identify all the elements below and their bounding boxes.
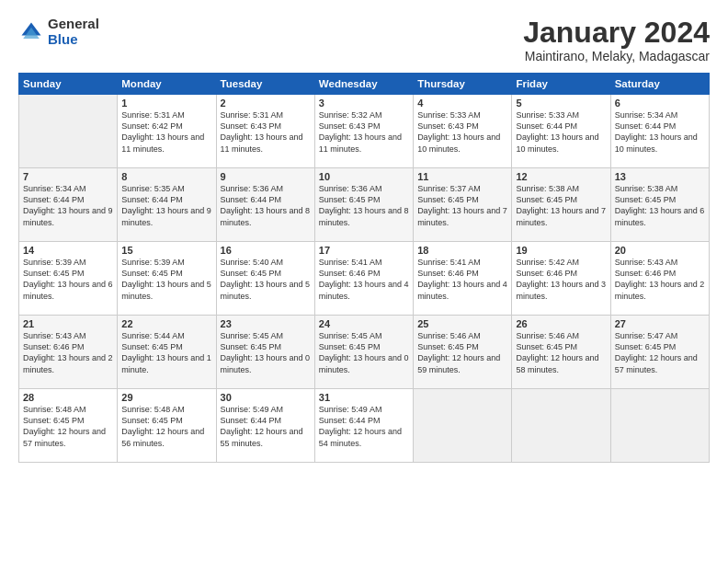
calendar-week-3: 14 Sunrise: 5:39 AMSunset: 6:45 PMDaylig… bbox=[19, 242, 710, 316]
cell-info: Sunrise: 5:38 AMSunset: 6:45 PMDaylight:… bbox=[516, 183, 606, 228]
calendar-cell: 18 Sunrise: 5:41 AMSunset: 6:46 PMDaylig… bbox=[414, 242, 512, 316]
calendar-table: Sunday Monday Tuesday Wednesday Thursday… bbox=[18, 73, 710, 463]
cell-info: Sunrise: 5:45 AMSunset: 6:45 PMDaylight:… bbox=[221, 330, 311, 375]
calendar-cell bbox=[610, 389, 709, 463]
cell-info: Sunrise: 5:32 AMSunset: 6:43 PMDaylight:… bbox=[319, 109, 409, 155]
day-number: 7 bbox=[23, 171, 113, 182]
calendar-cell bbox=[512, 389, 610, 463]
cell-info: Sunrise: 5:38 AMSunset: 6:45 PMDaylight:… bbox=[615, 183, 705, 228]
col-friday: Friday bbox=[512, 74, 610, 95]
calendar-cell: 2 Sunrise: 5:31 AMSunset: 6:43 PMDayligh… bbox=[216, 95, 314, 168]
logo-general-text: General bbox=[48, 17, 99, 32]
day-number: 13 bbox=[615, 171, 705, 182]
col-saturday: Saturday bbox=[610, 74, 709, 95]
day-number: 1 bbox=[121, 98, 211, 109]
logo-text: General Blue bbox=[48, 17, 99, 47]
day-number: 27 bbox=[615, 318, 705, 329]
calendar-cell: 13 Sunrise: 5:38 AMSunset: 6:45 PMDaylig… bbox=[610, 168, 709, 242]
logo-icon bbox=[18, 19, 44, 45]
cell-info: Sunrise: 5:36 AMSunset: 6:44 PMDaylight:… bbox=[221, 183, 311, 228]
calendar-cell: 25 Sunrise: 5:46 AMSunset: 6:45 PMDaylig… bbox=[414, 316, 512, 389]
day-number: 10 bbox=[319, 171, 409, 182]
day-number: 26 bbox=[516, 318, 606, 329]
day-number: 6 bbox=[615, 98, 705, 109]
cell-info: Sunrise: 5:49 AMSunset: 6:44 PMDaylight:… bbox=[221, 404, 311, 449]
calendar-week-1: 1 Sunrise: 5:31 AMSunset: 6:42 PMDayligh… bbox=[19, 95, 710, 168]
calendar-cell: 30 Sunrise: 5:49 AMSunset: 6:44 PMDaylig… bbox=[216, 389, 314, 463]
calendar-cell: 22 Sunrise: 5:44 AMSunset: 6:45 PMDaylig… bbox=[118, 316, 216, 389]
header: General Blue January 2024 Maintirano, Me… bbox=[18, 17, 710, 63]
calendar-cell: 29 Sunrise: 5:48 AMSunset: 6:45 PMDaylig… bbox=[118, 389, 216, 463]
logo: General Blue bbox=[18, 17, 99, 47]
calendar-cell: 27 Sunrise: 5:47 AMSunset: 6:45 PMDaylig… bbox=[610, 316, 709, 389]
day-number: 11 bbox=[417, 171, 507, 182]
day-number: 17 bbox=[319, 245, 409, 256]
calendar-cell bbox=[414, 389, 512, 463]
cell-info: Sunrise: 5:47 AMSunset: 6:45 PMDaylight:… bbox=[615, 330, 705, 375]
day-number: 3 bbox=[319, 98, 409, 109]
cell-info: Sunrise: 5:31 AMSunset: 6:43 PMDaylight:… bbox=[221, 109, 311, 155]
cell-info: Sunrise: 5:46 AMSunset: 6:45 PMDaylight:… bbox=[417, 330, 507, 375]
calendar-cell bbox=[19, 95, 118, 168]
calendar-cell: 19 Sunrise: 5:42 AMSunset: 6:46 PMDaylig… bbox=[512, 242, 610, 316]
calendar-cell: 23 Sunrise: 5:45 AMSunset: 6:45 PMDaylig… bbox=[216, 316, 314, 389]
col-wednesday: Wednesday bbox=[314, 74, 413, 95]
day-number: 24 bbox=[319, 318, 409, 329]
col-sunday: Sunday bbox=[19, 74, 118, 95]
calendar-cell: 20 Sunrise: 5:43 AMSunset: 6:46 PMDaylig… bbox=[610, 242, 709, 316]
cell-info: Sunrise: 5:35 AMSunset: 6:44 PMDaylight:… bbox=[121, 183, 211, 228]
col-monday: Monday bbox=[118, 74, 216, 95]
day-number: 30 bbox=[221, 392, 311, 403]
cell-info: Sunrise: 5:33 AMSunset: 6:43 PMDaylight:… bbox=[417, 109, 507, 155]
day-number: 12 bbox=[516, 171, 606, 182]
cell-info: Sunrise: 5:36 AMSunset: 6:45 PMDaylight:… bbox=[319, 183, 409, 228]
day-number: 31 bbox=[319, 392, 409, 403]
cell-info: Sunrise: 5:41 AMSunset: 6:46 PMDaylight:… bbox=[319, 257, 409, 302]
calendar-cell: 16 Sunrise: 5:40 AMSunset: 6:45 PMDaylig… bbox=[216, 242, 314, 316]
calendar-cell: 17 Sunrise: 5:41 AMSunset: 6:46 PMDaylig… bbox=[314, 242, 413, 316]
calendar-week-5: 28 Sunrise: 5:48 AMSunset: 6:45 PMDaylig… bbox=[19, 389, 710, 463]
cell-info: Sunrise: 5:41 AMSunset: 6:46 PMDaylight:… bbox=[417, 257, 507, 302]
cell-info: Sunrise: 5:43 AMSunset: 6:46 PMDaylight:… bbox=[23, 330, 113, 375]
day-number: 16 bbox=[221, 245, 311, 256]
day-number: 29 bbox=[121, 392, 211, 403]
calendar-title: January 2024 bbox=[523, 17, 710, 49]
day-number: 4 bbox=[417, 98, 507, 109]
cell-info: Sunrise: 5:31 AMSunset: 6:42 PMDaylight:… bbox=[121, 109, 211, 155]
day-number: 28 bbox=[23, 392, 113, 403]
cell-info: Sunrise: 5:40 AMSunset: 6:45 PMDaylight:… bbox=[221, 257, 311, 302]
title-block: January 2024 Maintirano, Melaky, Madagas… bbox=[523, 17, 710, 63]
page: General Blue January 2024 Maintirano, Me… bbox=[0, 0, 728, 472]
day-number: 9 bbox=[221, 171, 311, 182]
calendar-cell: 8 Sunrise: 5:35 AMSunset: 6:44 PMDayligh… bbox=[118, 168, 216, 242]
day-number: 18 bbox=[417, 245, 507, 256]
cell-info: Sunrise: 5:33 AMSunset: 6:44 PMDaylight:… bbox=[516, 109, 606, 155]
calendar-cell: 1 Sunrise: 5:31 AMSunset: 6:42 PMDayligh… bbox=[118, 95, 216, 168]
logo-blue-text: Blue bbox=[48, 32, 99, 48]
calendar-cell: 14 Sunrise: 5:39 AMSunset: 6:45 PMDaylig… bbox=[19, 242, 118, 316]
calendar-week-2: 7 Sunrise: 5:34 AMSunset: 6:44 PMDayligh… bbox=[19, 168, 710, 242]
calendar-cell: 12 Sunrise: 5:38 AMSunset: 6:45 PMDaylig… bbox=[512, 168, 610, 242]
calendar-cell: 26 Sunrise: 5:46 AMSunset: 6:45 PMDaylig… bbox=[512, 316, 610, 389]
calendar-cell: 4 Sunrise: 5:33 AMSunset: 6:43 PMDayligh… bbox=[414, 95, 512, 168]
header-row: Sunday Monday Tuesday Wednesday Thursday… bbox=[19, 74, 710, 95]
col-thursday: Thursday bbox=[414, 74, 512, 95]
cell-info: Sunrise: 5:39 AMSunset: 6:45 PMDaylight:… bbox=[121, 257, 211, 302]
calendar-cell: 15 Sunrise: 5:39 AMSunset: 6:45 PMDaylig… bbox=[118, 242, 216, 316]
calendar-cell: 6 Sunrise: 5:34 AMSunset: 6:44 PMDayligh… bbox=[610, 95, 709, 168]
cell-info: Sunrise: 5:43 AMSunset: 6:46 PMDaylight:… bbox=[615, 257, 705, 302]
cell-info: Sunrise: 5:37 AMSunset: 6:45 PMDaylight:… bbox=[417, 183, 507, 228]
cell-info: Sunrise: 5:39 AMSunset: 6:45 PMDaylight:… bbox=[23, 257, 113, 302]
calendar-cell: 10 Sunrise: 5:36 AMSunset: 6:45 PMDaylig… bbox=[314, 168, 413, 242]
cell-info: Sunrise: 5:44 AMSunset: 6:45 PMDaylight:… bbox=[121, 330, 211, 375]
day-number: 5 bbox=[516, 98, 606, 109]
calendar-cell: 28 Sunrise: 5:48 AMSunset: 6:45 PMDaylig… bbox=[19, 389, 118, 463]
calendar-subtitle: Maintirano, Melaky, Madagascar bbox=[523, 49, 710, 63]
calendar-week-4: 21 Sunrise: 5:43 AMSunset: 6:46 PMDaylig… bbox=[19, 316, 710, 389]
day-number: 23 bbox=[221, 318, 311, 329]
cell-info: Sunrise: 5:45 AMSunset: 6:45 PMDaylight:… bbox=[319, 330, 409, 375]
calendar-cell: 3 Sunrise: 5:32 AMSunset: 6:43 PMDayligh… bbox=[314, 95, 413, 168]
day-number: 8 bbox=[121, 171, 211, 182]
day-number: 19 bbox=[516, 245, 606, 256]
calendar-cell: 24 Sunrise: 5:45 AMSunset: 6:45 PMDaylig… bbox=[314, 316, 413, 389]
